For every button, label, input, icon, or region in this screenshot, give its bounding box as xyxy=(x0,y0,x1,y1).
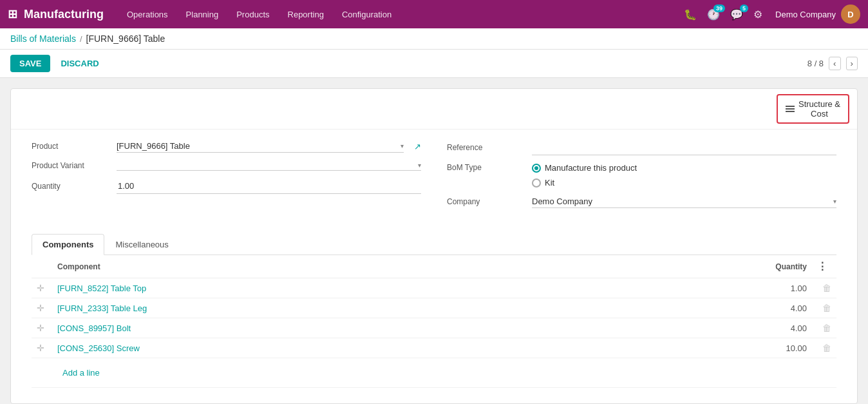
topbar: ⊞ Manufacturing Operations Planning Prod… xyxy=(0,0,868,28)
grid-icon: ⊞ xyxy=(8,7,17,21)
nav-operations[interactable]: Operations xyxy=(119,6,176,23)
bom-type-manufacture[interactable]: Manufacture this product xyxy=(532,163,637,173)
bom-type-kit-label: Kit xyxy=(545,178,554,188)
table-row: ✛ [FURN_8522] Table Top 1.00 🗑 xyxy=(32,278,836,298)
clock-icon[interactable]: 🕐 39 xyxy=(704,6,722,23)
app-title: Manufacturing xyxy=(24,8,104,21)
table-row: ✛ [CONS_25630] Screw 10.00 🗑 xyxy=(32,338,836,358)
top-nav: Operations Planning Products Reporting C… xyxy=(119,6,681,23)
form-right: Reference BoM Type Manufacture this prod… xyxy=(447,140,836,216)
company-arrow-icon: ▾ xyxy=(833,198,836,205)
component-qty: 10.00 xyxy=(735,338,812,358)
nav-products[interactable]: Products xyxy=(229,6,277,23)
col-component: Component xyxy=(52,255,735,278)
main-content: Structure &Cost Product [FURN_9666] Tabl… xyxy=(0,78,868,404)
company-row: Company Demo Company ▾ xyxy=(447,195,836,208)
clock-badge: 39 xyxy=(713,5,725,12)
delete-icon[interactable]: 🗑 xyxy=(822,283,831,293)
components-table: Component Quantity ⋮ ✛ [FURN_8522] Table… xyxy=(32,255,836,388)
product-row: Product [FURN_9666] Table ▾ ↗ xyxy=(32,140,421,153)
product-variant-arrow-icon: ▾ xyxy=(418,162,421,169)
product-external-link-icon[interactable]: ↗ xyxy=(414,142,421,151)
action-bar: SAVE DISCARD 8 / 8 ‹ › xyxy=(0,50,868,78)
delete-icon[interactable]: 🗑 xyxy=(822,343,831,353)
reference-label: Reference xyxy=(447,143,524,152)
nav-reporting[interactable]: Reporting xyxy=(280,6,332,23)
structure-cost-bar: Structure &Cost xyxy=(11,89,857,130)
pagination-count: 8 / 8 xyxy=(807,59,824,68)
drag-handle-icon[interactable]: ✛ xyxy=(37,283,44,293)
delete-icon[interactable]: 🗑 xyxy=(822,303,831,313)
drag-handle-icon[interactable]: ✛ xyxy=(37,303,44,313)
drag-handle-icon[interactable]: ✛ xyxy=(37,323,44,333)
add-line-button[interactable]: Add a line xyxy=(57,363,105,383)
breadcrumb-link[interactable]: Bills of Materials xyxy=(10,34,76,44)
user-avatar[interactable]: D xyxy=(841,5,860,24)
add-line-row: Add a line xyxy=(32,358,836,388)
col-drag xyxy=(32,255,52,278)
message-icon[interactable]: 💬 5 xyxy=(728,6,746,23)
nav-configuration[interactable]: Configuration xyxy=(334,6,399,23)
company-select[interactable]: Demo Company ▾ xyxy=(532,195,836,208)
company-value: Demo Company xyxy=(532,197,833,206)
quantity-label: Quantity xyxy=(32,182,109,191)
breadcrumb: Bills of Materials / [FURN_9666] Table xyxy=(0,28,868,50)
tab-miscellaneous[interactable]: Miscellaneous xyxy=(104,234,179,255)
topbar-right: 🐛 🕐 39 💬 5 ⚙ Demo Company D xyxy=(681,5,860,24)
settings-icon[interactable]: ⚙ xyxy=(751,6,765,23)
product-arrow-icon: ▾ xyxy=(401,142,404,149)
bom-type-manufacture-label: Manufacture this product xyxy=(545,163,637,173)
quantity-input[interactable] xyxy=(117,178,421,194)
component-qty: 4.00 xyxy=(735,298,812,318)
message-badge: 5 xyxy=(740,5,748,12)
app-brand[interactable]: ⊞ Manufacturing xyxy=(8,7,104,21)
table-row: ✛ [FURN_2333] Table Leg 4.00 🗑 xyxy=(32,298,836,318)
reference-row: Reference xyxy=(447,140,836,155)
structure-icon xyxy=(786,106,795,112)
product-value: [FURN_9666] Table xyxy=(117,141,401,151)
table-row: ✛ [CONS_89957] Bolt 4.00 🗑 xyxy=(32,318,836,338)
component-name[interactable]: [CONS_89957] Bolt xyxy=(52,318,735,338)
structure-cost-button[interactable]: Structure &Cost xyxy=(777,94,849,124)
bom-type-label: BoM Type xyxy=(447,163,524,172)
bug-icon[interactable]: 🐛 xyxy=(681,6,699,23)
delete-icon[interactable]: 🗑 xyxy=(822,323,831,333)
product-select[interactable]: [FURN_9666] Table ▾ xyxy=(117,140,404,153)
form-halves: Product [FURN_9666] Table ▾ ↗ Product Va… xyxy=(11,130,857,221)
component-name[interactable]: [FURN_2333] Table Leg xyxy=(52,298,735,318)
form-card: Structure &Cost Product [FURN_9666] Tabl… xyxy=(10,88,858,404)
component-name[interactable]: [FURN_8522] Table Top xyxy=(52,278,735,298)
radio-manufacture-dot xyxy=(532,164,541,173)
component-qty: 1.00 xyxy=(735,278,812,298)
pagination-prev[interactable]: ‹ xyxy=(829,57,840,70)
company-name: Demo Company xyxy=(775,10,836,19)
bom-type-options: Manufacture this product Kit xyxy=(532,163,637,188)
breadcrumb-current: [FURN_9666] Table xyxy=(86,34,165,44)
product-variant-label: Product Variant xyxy=(32,161,109,170)
pagination: 8 / 8 ‹ › xyxy=(807,57,858,70)
company-label: Company xyxy=(447,197,524,206)
component-name[interactable]: [CONS_25630] Screw xyxy=(52,338,735,358)
product-variant-select[interactable]: ▾ xyxy=(117,160,421,171)
discard-button[interactable]: DISCARD xyxy=(58,55,101,72)
product-label: Product xyxy=(32,142,109,151)
bom-type-kit[interactable]: Kit xyxy=(532,178,637,188)
tab-components[interactable]: Components xyxy=(32,234,104,255)
component-qty: 4.00 xyxy=(735,318,812,338)
save-button[interactable]: SAVE xyxy=(10,55,50,72)
col-quantity: Quantity xyxy=(735,255,812,278)
tabs-container: Components Miscellaneous Component Quant… xyxy=(11,234,857,388)
components-body: ✛ [FURN_8522] Table Top 1.00 🗑 ✛ [FURN_2… xyxy=(32,278,836,388)
structure-cost-label: Structure &Cost xyxy=(798,99,840,119)
table-kebab-icon[interactable]: ⋮ xyxy=(817,261,827,272)
col-actions-header: ⋮ xyxy=(812,255,836,278)
breadcrumb-separator: / xyxy=(80,34,82,44)
nav-planning[interactable]: Planning xyxy=(178,6,227,23)
bom-type-row: BoM Type Manufacture this product Kit xyxy=(447,163,836,188)
reference-input[interactable] xyxy=(532,140,836,155)
pagination-next[interactable]: › xyxy=(846,57,858,70)
product-variant-row: Product Variant ▾ xyxy=(32,160,421,171)
drag-handle-icon[interactable]: ✛ xyxy=(37,343,44,353)
tabs-bar: Components Miscellaneous xyxy=(32,234,836,255)
radio-kit-dot xyxy=(532,178,541,188)
